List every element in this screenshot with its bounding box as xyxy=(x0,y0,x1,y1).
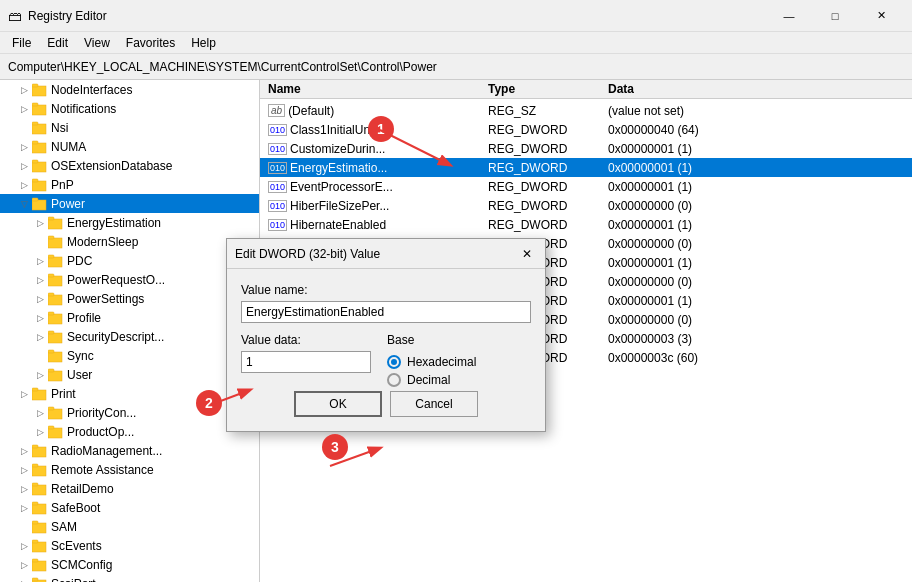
row-data: 0x00000000 (0) xyxy=(608,275,904,289)
tree-item-radiomanagement[interactable]: ▷ RadioManagement... xyxy=(0,441,259,460)
menu-file[interactable]: File xyxy=(4,34,39,52)
radio-hexadecimal[interactable]: Hexadecimal xyxy=(387,355,476,369)
col-type-header: Type xyxy=(488,82,608,96)
tree-label: NUMA xyxy=(51,140,86,154)
menu-view[interactable]: View xyxy=(76,34,118,52)
tree-label: User xyxy=(67,368,92,382)
tree-item-pdc[interactable]: ▷ PDC xyxy=(0,251,259,270)
row-data: 0x00000001 (1) xyxy=(608,218,904,232)
svg-rect-11 xyxy=(32,179,38,182)
address-path: Computer\HKEY_LOCAL_MACHINE\SYSTEM\Curre… xyxy=(8,60,437,74)
tree-label: Power xyxy=(51,197,85,211)
dialog-close-button[interactable]: ✕ xyxy=(517,244,537,264)
table-row[interactable]: 010 HibernateEnabled REG_DWORD 0x0000000… xyxy=(260,215,912,234)
tree-item-notifications[interactable]: ▷ Notifications xyxy=(0,99,259,118)
tree-item-productop[interactable]: ▷ ProductOp... xyxy=(0,422,259,441)
tree-item-safeboot[interactable]: ▷ SafeBoot xyxy=(0,498,259,517)
tree-item-pnp[interactable]: ▷ PnP xyxy=(0,175,259,194)
maximize-button[interactable]: □ xyxy=(812,0,858,32)
svg-rect-1 xyxy=(32,84,38,87)
close-button[interactable]: ✕ xyxy=(858,0,904,32)
expander-icon: ▷ xyxy=(32,408,48,418)
svg-rect-48 xyxy=(32,542,46,552)
svg-rect-14 xyxy=(48,219,62,229)
tree-item-scevents[interactable]: ▷ ScEvents xyxy=(0,536,259,555)
tree-item-securitydescript[interactable]: ▷ SecurityDescript... xyxy=(0,327,259,346)
value-data-input[interactable] xyxy=(241,351,371,373)
expander-icon: ▷ xyxy=(32,256,48,266)
folder-icon xyxy=(48,425,64,439)
row-data: 0x00000000 (0) xyxy=(608,199,904,213)
ok-button[interactable]: OK xyxy=(294,391,382,417)
tree-item-remote-assistance[interactable]: ▷ Remote Assistance xyxy=(0,460,259,479)
title-bar: 🗃 Registry Editor — □ ✕ xyxy=(0,0,912,32)
address-bar: Computer\HKEY_LOCAL_MACHINE\SYSTEM\Curre… xyxy=(0,54,912,80)
expander-icon: ▷ xyxy=(32,427,48,437)
folder-icon xyxy=(32,482,48,496)
menu-bar: File Edit View Favorites Help xyxy=(0,32,912,54)
radio-decimal[interactable]: Decimal xyxy=(387,373,476,387)
tree-item-scsiport[interactable]: ▷ ScsiPort xyxy=(0,574,259,582)
row-name: 010 EventProcessorE... xyxy=(268,180,488,194)
minimize-button[interactable]: — xyxy=(766,0,812,32)
tree-item-sync[interactable]: Sync xyxy=(0,346,259,365)
tree-item-powersettings[interactable]: ▷ PowerSettings xyxy=(0,289,259,308)
row-name: 010 HiberFileSizePer... xyxy=(268,199,488,213)
tree-item-osextension[interactable]: ▷ OSExtensionDatabase xyxy=(0,156,259,175)
tree-item-numa[interactable]: ▷ NUMA xyxy=(0,137,259,156)
tree-label: ScsiPort xyxy=(51,577,96,583)
table-row[interactable]: 010 EventProcessorE... REG_DWORD 0x00000… xyxy=(260,177,912,196)
row-name: 010 EnergyEstimatio... xyxy=(268,161,488,175)
row-data: 0x00000001 (1) xyxy=(608,142,904,156)
col-data-header: Data xyxy=(608,82,904,96)
menu-help[interactable]: Help xyxy=(183,34,224,52)
row-name: 010 Class1InitialUnp... xyxy=(268,123,488,137)
app-icon: 🗃 xyxy=(8,8,22,24)
tree-label: OSExtensionDatabase xyxy=(51,159,172,173)
folder-icon xyxy=(32,140,48,154)
table-row[interactable]: ab (Default) REG_SZ (value not set) xyxy=(260,101,912,120)
tree-item-print[interactable]: ▷ Print xyxy=(0,384,259,403)
tree-item-profile[interactable]: ▷ Profile xyxy=(0,308,259,327)
svg-rect-22 xyxy=(48,295,62,305)
value-name-input[interactable] xyxy=(241,301,531,323)
tree-item-powerrequest[interactable]: ▷ PowerRequestO... xyxy=(0,270,259,289)
tree-item-sam[interactable]: SAM xyxy=(0,517,259,536)
folder-icon xyxy=(32,83,48,97)
table-row-selected[interactable]: 010 EnergyEstimatio... REG_DWORD 0x00000… xyxy=(260,158,912,177)
table-row[interactable]: 010 Class1InitialUnp... REG_DWORD 0x0000… xyxy=(260,120,912,139)
tree-label: RadioManagement... xyxy=(51,444,162,458)
tree-item-retaildemo[interactable]: ▷ RetailDemo xyxy=(0,479,259,498)
svg-rect-7 xyxy=(32,141,38,144)
reg-icon: 010 xyxy=(268,162,287,174)
tree-label: Nsi xyxy=(51,121,68,135)
row-type: REG_DWORD xyxy=(488,123,608,137)
cancel-button[interactable]: Cancel xyxy=(390,391,478,417)
tree-item-energyestimation[interactable]: ▷ EnergyEstimation xyxy=(0,213,259,232)
tree-item-power[interactable]: ▽ Power xyxy=(0,194,259,213)
tree-item-nsi[interactable]: Nsi xyxy=(0,118,259,137)
tree-item-scmconfig[interactable]: ▷ SCMConfig xyxy=(0,555,259,574)
tree-panel: ▷ NodeInterfaces ▷ Notifications Nsi ▷ N… xyxy=(0,80,260,582)
base-section: Base Hexadecimal Decimal xyxy=(387,333,476,387)
menu-favorites[interactable]: Favorites xyxy=(118,34,183,52)
table-row[interactable]: 010 HiberFileSizePer... REG_DWORD 0x0000… xyxy=(260,196,912,215)
expander-icon: ▷ xyxy=(16,560,32,570)
folder-icon xyxy=(32,463,48,477)
column-headers: Name Type Data xyxy=(260,80,912,99)
tree-item-nodeinterfaces[interactable]: ▷ NodeInterfaces xyxy=(0,80,259,99)
menu-edit[interactable]: Edit xyxy=(39,34,76,52)
svg-rect-44 xyxy=(32,504,46,514)
svg-rect-21 xyxy=(48,274,54,277)
tree-label: SAM xyxy=(51,520,77,534)
tree-item-modernsleep[interactable]: ModernSleep xyxy=(0,232,259,251)
svg-rect-3 xyxy=(32,103,38,106)
row-data: 0x00000003 (3) xyxy=(608,332,904,346)
folder-icon xyxy=(48,216,64,230)
tree-label: NodeInterfaces xyxy=(51,83,132,97)
tree-item-user[interactable]: ▷ User xyxy=(0,365,259,384)
table-row[interactable]: 010 CustomizeDurin... REG_DWORD 0x000000… xyxy=(260,139,912,158)
folder-icon xyxy=(32,159,48,173)
svg-rect-45 xyxy=(32,502,38,505)
tree-item-priorityconf[interactable]: ▷ PriorityCon... xyxy=(0,403,259,422)
